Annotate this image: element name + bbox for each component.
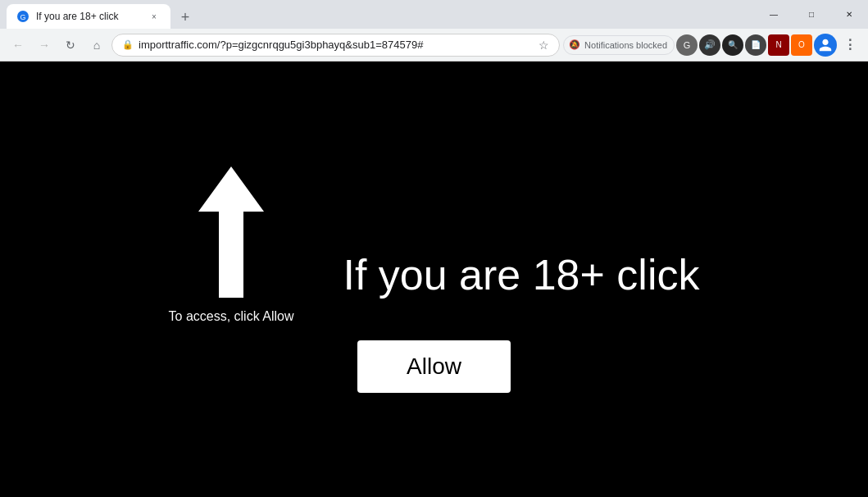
more-menu-button[interactable]: ⋮ [838,34,861,57]
tab-close-button[interactable]: × [148,10,161,23]
extension-icon-4[interactable]: 📄 [745,34,766,56]
toolbar: ← → ↻ ⌂ 🔒 importtraffic.com/?p=gizgcnrqg… [0,29,868,62]
close-button[interactable]: ✕ [830,0,868,29]
window-controls: — □ ✕ [755,0,868,29]
maximize-button[interactable]: □ [793,0,830,29]
tab-strip: G If you are 18+ click × + [0,0,755,29]
extension-icon-2[interactable]: 🔊 [699,34,720,56]
url-display: importtraffic.com/?p=gizgcnrqgu5gi3bphay… [139,39,534,51]
page-content: To access, click Allow If you are 18+ cl… [0,62,868,497]
svg-marker-2 [198,166,264,298]
svg-text:G: G [20,13,25,21]
title-bar: G If you are 18+ click × + — □ ✕ [0,0,868,29]
main-heading: If you are 18+ click [343,250,699,299]
home-button[interactable]: ⌂ [85,34,108,57]
notification-blocked-label: Notifications blocked [584,40,667,50]
up-arrow-icon [198,166,264,298]
back-button[interactable]: ← [7,34,30,57]
extension-icon-3[interactable]: 🔍 [722,34,743,56]
reload-button[interactable]: ↻ [59,34,82,57]
browser-tab-active[interactable]: G If you are 18+ click × [7,4,170,29]
forward-button[interactable]: → [33,34,56,57]
lock-icon: 🔒 [122,39,134,50]
notifications-blocked-badge[interactable]: 🔕 Notifications blocked [563,35,675,55]
arrow-section: To access, click Allow If you are 18+ cl… [169,166,700,324]
minimize-button[interactable]: — [755,0,793,29]
extension-icon-5[interactable]: N [768,34,789,56]
bookmark-star-icon[interactable]: ☆ [539,39,549,52]
toolbar-right: 🔕 Notifications blocked G 🔊 🔍 📄 N O ⋮ [563,34,861,57]
notification-blocked-icon: 🔕 [569,39,580,50]
tab-favicon: G [16,10,30,23]
extension-icon-6[interactable]: O [791,34,812,56]
main-heading-container: If you are 18+ click [343,250,699,324]
profile-button[interactable] [814,34,837,57]
arrow-container: To access, click Allow [169,166,294,324]
chrome-window: G If you are 18+ click × + — □ ✕ ← → ↻ ⌂… [0,0,868,497]
new-tab-button[interactable]: + [174,6,197,29]
omnibox[interactable]: 🔒 importtraffic.com/?p=gizgcnrqgu5gi3bph… [111,34,560,57]
tab-label: If you are 18+ click [36,11,141,22]
extension-icon-1[interactable]: G [676,34,698,56]
page-inner: To access, click Allow If you are 18+ cl… [169,166,700,393]
allow-button[interactable]: Allow [357,340,511,393]
access-text: To access, click Allow [169,309,294,324]
